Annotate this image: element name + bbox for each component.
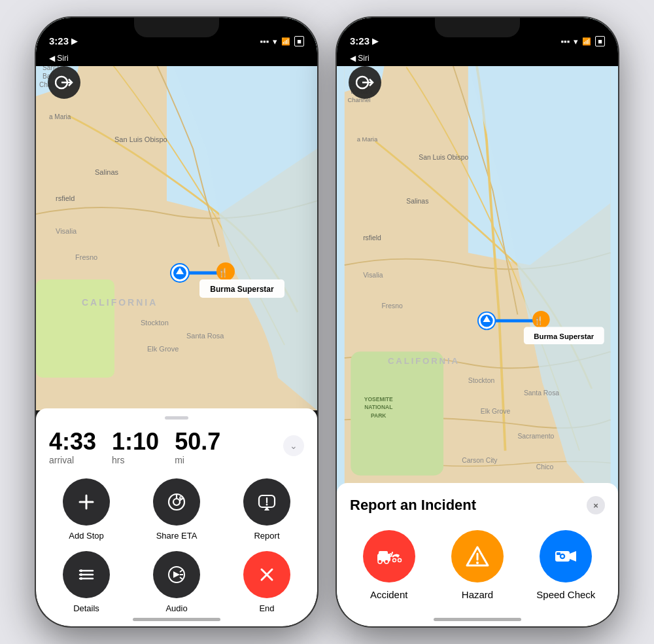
- report-title: Report an Incident: [350, 497, 476, 514]
- report-item: Report: [230, 478, 304, 541]
- end-item: End: [230, 551, 304, 613]
- hazard-button[interactable]: [451, 530, 504, 582]
- nav-panel: 4:33 arrival 1:10 hrs 50.7 mi ⌄: [36, 408, 317, 626]
- audio-item: Audio: [139, 551, 214, 613]
- svg-marker-96: [570, 551, 576, 562]
- nav-stats: 4:33 arrival 1:10 hrs 50.7 mi ⌄: [49, 430, 304, 465]
- svg-text:Santa Rosa: Santa Rosa: [524, 389, 559, 397]
- svg-text:Burma Superstar: Burma Superstar: [210, 285, 274, 294]
- svg-text:CALIFORNIA: CALIFORNIA: [82, 297, 158, 308]
- svg-text:Carson City: Carson City: [462, 457, 498, 464]
- svg-text:NATIONAL: NATIONAL: [364, 404, 392, 410]
- status-icons-1: ▪▪▪ ▾ 📶 ■: [260, 36, 304, 46]
- svg-text:rsfield: rsfield: [363, 234, 381, 241]
- time-display-2: 3:23 ▶: [350, 35, 378, 46]
- svg-text:Elk Grove: Elk Grove: [481, 408, 511, 415]
- svg-text:San Luis Obispo: San Luis Obispo: [114, 135, 167, 143]
- accident-button[interactable]: [363, 530, 415, 582]
- svg-text:🍴: 🍴: [534, 315, 544, 326]
- status-icons-2: ▪▪▪ ▾ 📶 ■: [561, 36, 605, 46]
- svg-rect-3: [36, 279, 114, 378]
- add-stop-label: Add Stop: [69, 531, 104, 541]
- svg-text:rsfield: rsfield: [56, 194, 75, 202]
- report-close-button[interactable]: ×: [587, 496, 605, 514]
- svg-line-45: [180, 570, 182, 572]
- hazard-item: Hazard: [438, 530, 516, 600]
- action-grid: Add Stop +: [49, 478, 304, 613]
- svg-rect-83: [379, 551, 388, 555]
- add-stop-button[interactable]: [63, 478, 110, 526]
- notch-2: [435, 18, 520, 37]
- svg-rect-97: [557, 552, 560, 555]
- svg-point-84: [378, 560, 382, 564]
- svg-text:Salinas: Salinas: [406, 198, 428, 205]
- svg-point-42: [80, 577, 82, 580]
- home-indicator-1: [133, 618, 220, 621]
- notch-1: [134, 18, 219, 37]
- speed-check-item: Speed Check: [527, 530, 605, 600]
- duration-stat: 1:10 hrs: [112, 430, 159, 465]
- details-button[interactable]: [63, 551, 110, 598]
- speed-check-button[interactable]: [540, 530, 592, 582]
- svg-text:🍴: 🍴: [218, 267, 229, 278]
- svg-point-92: [476, 562, 479, 564]
- svg-text:Burma Superstar: Burma Superstar: [534, 332, 594, 340]
- speed-check-label: Speed Check: [536, 589, 595, 600]
- distance-stat: 50.7 mi: [175, 430, 220, 465]
- svg-point-95: [561, 555, 564, 558]
- svg-text:CALIFORNIA: CALIFORNIA: [388, 356, 460, 366]
- svg-text:Chico: Chico: [536, 463, 554, 471]
- phone-1: 3:23 ▶ ▪▪▪ ▾ 📶 ■ ◀ Siri: [36, 18, 317, 626]
- details-label: Details: [73, 603, 99, 613]
- svg-text:Visalia: Visalia: [363, 272, 383, 279]
- svg-line-89: [391, 552, 392, 556]
- time-display-1: 3:23 ▶: [49, 35, 77, 46]
- svg-text:Visalia: Visalia: [56, 227, 77, 235]
- accident-label: Accident: [370, 589, 408, 600]
- report-panel: Report an Incident ×: [337, 483, 618, 626]
- phone-2: 3:23 ▶ ▪▪▪ ▾ 📶 ■ ◀ Siri: [337, 18, 618, 626]
- share-eta-button[interactable]: +: [153, 478, 200, 526]
- nav-handle: [165, 416, 188, 420]
- back-button-2[interactable]: [349, 66, 381, 99]
- details-item: Details: [49, 551, 124, 613]
- svg-text:Elk Grove: Elk Grove: [147, 345, 179, 353]
- svg-text:San Luis Obispo: San Luis Obispo: [419, 154, 468, 161]
- report-button[interactable]: [243, 478, 290, 526]
- share-eta-label: Share ETA: [156, 531, 198, 541]
- siri-label-1: ◀ Siri: [36, 50, 317, 66]
- svg-text:YOSEMITE: YOSEMITE: [364, 396, 393, 402]
- svg-text:PARK: PARK: [371, 412, 387, 419]
- svg-text:Stockton: Stockton: [468, 377, 495, 384]
- svg-point-28: [173, 499, 180, 505]
- svg-point-36: [266, 504, 268, 506]
- nav-expand-button[interactable]: ⌄: [283, 435, 304, 456]
- report-header: Report an Incident ×: [350, 496, 605, 514]
- svg-point-86: [392, 559, 396, 562]
- svg-text:Sacramento: Sacramento: [517, 433, 554, 440]
- siri-label-2: ◀ Siri: [337, 50, 618, 66]
- hazard-label: Hazard: [462, 589, 493, 600]
- svg-point-41: [80, 573, 82, 576]
- share-eta-item: + Share ETA: [139, 478, 214, 541]
- svg-text:a Maria: a Maria: [357, 135, 378, 143]
- svg-text:Santa Rosa: Santa Rosa: [186, 332, 224, 340]
- end-label: End: [259, 603, 274, 613]
- svg-text:Stockton: Stockton: [141, 319, 169, 327]
- audio-button[interactable]: [153, 551, 200, 598]
- back-button-1[interactable]: [48, 66, 80, 99]
- svg-text:+: +: [180, 495, 183, 501]
- arrival-stat: 4:33 arrival: [49, 430, 96, 465]
- svg-point-87: [398, 559, 401, 562]
- svg-text:Fresno: Fresno: [382, 302, 404, 310]
- report-label: Report: [254, 531, 279, 541]
- add-stop-item: Add Stop: [49, 478, 124, 541]
- audio-label: Audio: [165, 603, 187, 613]
- svg-marker-44: [173, 571, 180, 578]
- accident-item: Accident: [350, 530, 428, 600]
- home-indicator-2: [434, 618, 521, 621]
- incident-grid: Accident Hazard: [350, 530, 605, 600]
- svg-text:Salinas: Salinas: [95, 168, 119, 176]
- svg-text:a Maria: a Maria: [49, 113, 71, 120]
- end-button[interactable]: [243, 551, 290, 598]
